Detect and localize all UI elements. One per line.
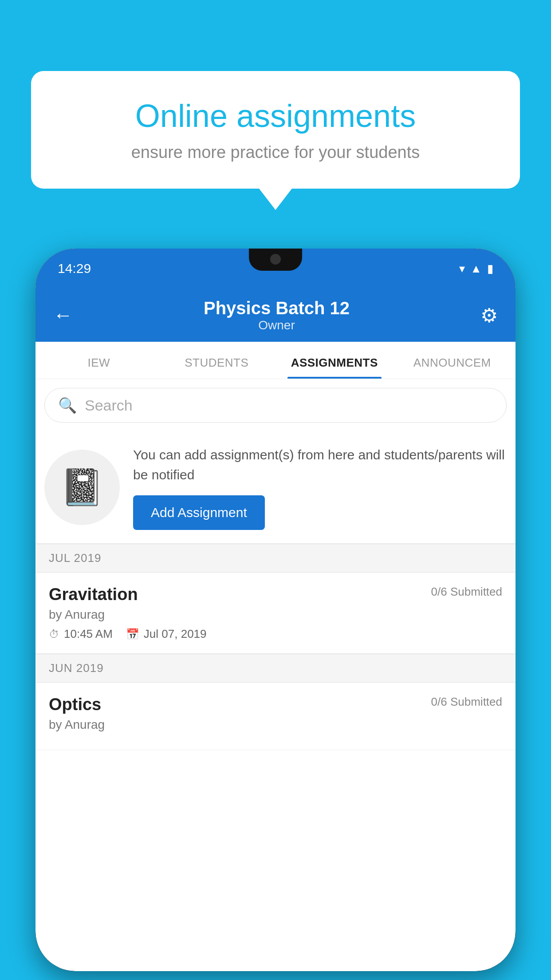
speech-bubble: Online assignments ensure more practice …: [31, 71, 520, 189]
notebook-icon: 📓: [60, 466, 104, 508]
assignment-submitted-optics: 0/6 Submitted: [431, 695, 502, 709]
phone-notch: [249, 249, 302, 271]
assignment-name-optics: Optics: [49, 695, 101, 714]
settings-icon[interactable]: ⚙: [480, 304, 498, 327]
promo-text-block: You can add assignment(s) from here and …: [133, 445, 507, 530]
header-title-block: Physics Batch 12 Owner: [204, 298, 350, 332]
month-section-jun: JUN 2019: [35, 654, 516, 683]
status-bar: 14:29 ▾ ▲ ▮: [35, 249, 516, 288]
assignment-time-gravitation: ⏱ 10:45 AM: [49, 627, 113, 641]
signal-icon: ▲: [470, 262, 482, 276]
tabs-bar: IEW STUDENTS ASSIGNMENTS ANNOUNCEM: [35, 342, 516, 379]
speech-bubble-container: Online assignments ensure more practice …: [31, 71, 520, 189]
search-container: 🔍 Search: [35, 379, 516, 431]
owner-label: Owner: [204, 318, 350, 332]
assignment-name-gravitation: Gravitation: [49, 585, 138, 604]
tab-students[interactable]: STUDENTS: [158, 342, 276, 379]
phone-frame: 14:29 ▾ ▲ ▮ ← Physics Batch 12 Owner ⚙ I…: [35, 249, 516, 971]
phone-screen: 14:29 ▾ ▲ ▮ ← Physics Batch 12 Owner ⚙ I…: [35, 249, 516, 971]
speech-bubble-subtitle: ensure more practice for your students: [62, 143, 489, 162]
tab-assignments[interactable]: ASSIGNMENTS: [276, 342, 394, 379]
speech-bubble-title: Online assignments: [62, 98, 489, 134]
promo-card: 📓 You can add assignment(s) from here an…: [35, 431, 516, 544]
wifi-icon: ▾: [459, 262, 465, 276]
tab-announcements[interactable]: ANNOUNCEM: [394, 342, 512, 379]
tab-iew[interactable]: IEW: [40, 342, 158, 379]
assignment-submitted-gravitation: 0/6 Submitted: [431, 585, 502, 599]
assignment-author-gravitation: by Anurag: [49, 608, 502, 622]
add-assignment-button[interactable]: Add Assignment: [133, 495, 265, 530]
search-input[interactable]: Search: [85, 397, 133, 414]
status-icons: ▾ ▲ ▮: [459, 262, 493, 276]
camera-icon: [270, 254, 281, 265]
batch-title: Physics Batch 12: [204, 298, 350, 318]
assignment-date-gravitation: 📅 Jul 07, 2019: [126, 627, 207, 641]
assignment-top-optics: Optics 0/6 Submitted: [49, 695, 502, 714]
back-button[interactable]: ←: [53, 304, 73, 326]
month-section-jul: JUL 2019: [35, 544, 516, 573]
assignment-author-optics: by Anurag: [49, 718, 502, 732]
status-time: 14:29: [58, 261, 91, 276]
calendar-icon: 📅: [126, 628, 139, 640]
app-header: ← Physics Batch 12 Owner ⚙: [35, 288, 516, 342]
promo-icon-circle: 📓: [44, 450, 120, 525]
assignment-item-gravitation[interactable]: Gravitation 0/6 Submitted by Anurag ⏱ 10…: [35, 573, 516, 654]
search-icon: 🔍: [58, 396, 77, 414]
search-box[interactable]: 🔍 Search: [44, 388, 507, 423]
clock-icon: ⏱: [49, 628, 59, 640]
assignment-item-optics[interactable]: Optics 0/6 Submitted by Anurag: [35, 683, 516, 750]
promo-description: You can add assignment(s) from here and …: [133, 445, 507, 485]
battery-icon: ▮: [487, 262, 493, 276]
assignment-meta-gravitation: ⏱ 10:45 AM 📅 Jul 07, 2019: [49, 627, 502, 641]
assignment-top: Gravitation 0/6 Submitted: [49, 585, 502, 604]
